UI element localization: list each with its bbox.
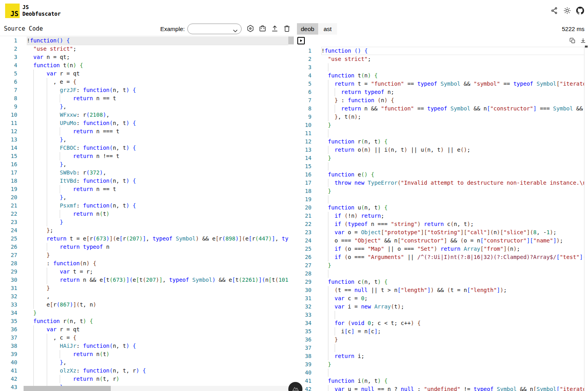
code-line[interactable]: }: [27, 218, 288, 226]
code-line[interactable]: [321, 344, 584, 352]
source-editor-panel[interactable]: 1234567891011121314151617181920212223242…: [0, 36, 294, 391]
code-line[interactable]: ItVBd: function(n, t) {: [27, 177, 288, 185]
source-code-area[interactable]: !function() { "use strict"; var n = qt; …: [27, 37, 288, 386]
code-line[interactable]: function r(n, t) {: [321, 138, 584, 146]
code-line[interactable]: !function () {: [321, 47, 584, 55]
code-line[interactable]: }: [321, 360, 584, 369]
code-line[interactable]: var c = 0;: [321, 294, 584, 303]
code-line[interactable]: return n == t: [27, 185, 288, 193]
code-line[interactable]: return typeof n: [27, 243, 288, 251]
code-line[interactable]: [321, 129, 584, 138]
run-button[interactable]: [297, 37, 305, 44]
code-line[interactable]: var o = Object["prototype"]["toString"][…: [321, 228, 584, 237]
code-line[interactable]: [321, 369, 584, 377]
code-line[interactable]: FCBOC: function(n, t) {: [27, 144, 288, 152]
code-line[interactable]: },: [27, 136, 288, 144]
code-line[interactable]: }: [27, 309, 288, 317]
code-line[interactable]: var n = qt;: [27, 53, 288, 61]
code-line[interactable]: }, t(n);: [321, 113, 584, 121]
code-line[interactable]: Psxmf: function(n, t) {: [27, 202, 288, 210]
code-line[interactable]: (t == null || t > n["length"]) && (t = n…: [321, 286, 584, 294]
code-line[interactable]: [321, 270, 584, 278]
code-line[interactable]: HAiJr: function(n, t) {: [27, 342, 288, 350]
code-line[interactable]: return n(t, r): [27, 375, 288, 383]
horizontal-scrollbar-thumb[interactable]: [24, 386, 111, 391]
code-line[interactable]: return n && e[t(673)](e[t(207)], typeof …: [27, 276, 288, 284]
code-line[interactable]: function u(n, t) {: [321, 204, 584, 212]
code-line[interactable]: return o(n) || i(n, t) || u(n, t) || e()…: [321, 146, 584, 154]
code-line[interactable]: function e() {: [321, 171, 584, 179]
code-line[interactable]: },: [27, 193, 288, 202]
code-line[interactable]: UPuMo: function(n, t) {: [27, 119, 288, 127]
output-editor-panel[interactable]: 1234567891011121314151617181920212223242…: [295, 36, 588, 391]
code-line[interactable]: , c = {: [27, 334, 288, 342]
code-line[interactable]: function c(n, t) {: [321, 278, 584, 286]
code-line[interactable]: } : function (n) {: [321, 96, 584, 105]
code-line[interactable]: var t = r;: [27, 268, 288, 276]
code-line[interactable]: }: [321, 187, 584, 195]
code-line[interactable]: i[c] = n[c];: [321, 327, 584, 336]
toolbox-icon[interactable]: [258, 24, 267, 33]
code-line[interactable]: var i = new Array(t);: [321, 303, 584, 311]
github-icon[interactable]: [576, 7, 584, 15]
download-icon[interactable]: [580, 37, 586, 44]
code-line[interactable]: function i(n, t) {: [321, 377, 584, 385]
code-line[interactable]: },: [27, 160, 288, 169]
share-icon[interactable]: [550, 7, 558, 15]
code-line[interactable]: WFxxw: r(2108),: [27, 111, 288, 119]
code-line[interactable]: if (typeof n === "string") return c(n, t…: [321, 220, 584, 228]
code-line[interactable]: if (o === "Arguments" || /^(?:Ui|I)nt(?:…: [321, 253, 584, 261]
code-line[interactable]: [321, 162, 584, 171]
output-code-area[interactable]: !function () { "use strict"; function t(…: [321, 47, 584, 391]
code-line[interactable]: }: [321, 154, 584, 162]
code-line[interactable]: var r = qt: [27, 325, 288, 334]
code-line[interactable]: [321, 195, 584, 204]
code-line[interactable]: },: [27, 103, 288, 111]
code-line[interactable]: [321, 63, 584, 72]
code-line[interactable]: return i;: [321, 352, 584, 360]
code-line[interactable]: if (!n) return;: [321, 212, 584, 220]
code-line[interactable]: ,: [27, 292, 288, 301]
code-line[interactable]: }: [321, 121, 584, 129]
code-line[interactable]: return n !== t: [27, 152, 288, 160]
output-scrollbar-thumb[interactable]: [585, 46, 588, 48]
theme-toggle-icon[interactable]: [563, 7, 571, 15]
code-line[interactable]: SWBvb: r(372),: [27, 169, 288, 177]
code-line[interactable]: },: [27, 383, 288, 386]
code-line[interactable]: return n === t: [27, 127, 288, 136]
vertical-scrollbar-thumb[interactable]: [288, 37, 294, 44]
copy-icon[interactable]: [569, 37, 576, 44]
code-line[interactable]: var u = null == n ? null : "undefined" !…: [321, 385, 584, 391]
tab-ast[interactable]: ast: [318, 23, 337, 35]
code-line[interactable]: }: [321, 336, 584, 344]
code-line[interactable]: var r = qt: [27, 70, 288, 78]
code-line[interactable]: function t(n) {: [321, 72, 584, 80]
code-line[interactable]: for (void 0; c < t; c++) {: [321, 319, 584, 327]
code-line[interactable]: [321, 311, 584, 319]
code-line[interactable]: "use strict";: [321, 55, 584, 63]
upload-icon[interactable]: [270, 24, 279, 33]
trash-icon[interactable]: [282, 24, 291, 33]
code-line[interactable]: return t = e[r(673)](e[r(207)], typeof S…: [27, 235, 288, 243]
settings-icon[interactable]: [246, 24, 255, 33]
code-line[interactable]: }: [321, 261, 584, 270]
horizontal-scrollbar[interactable]: [24, 386, 288, 391]
code-line[interactable]: if (o === "Map" || o === "Set") return A…: [321, 245, 584, 253]
code-line[interactable]: olzXz: function(n, t, r) {: [27, 367, 288, 375]
code-line[interactable]: , e = {: [27, 78, 288, 86]
code-line[interactable]: return n(t): [27, 210, 288, 218]
code-line[interactable]: e[r(867)](t, n): [27, 301, 288, 309]
code-line[interactable]: return n == t: [27, 94, 288, 103]
code-line[interactable]: "use strict";: [27, 45, 288, 53]
code-line[interactable]: function r(n, t) {: [27, 317, 288, 325]
code-line[interactable]: : function(n) {: [27, 259, 288, 268]
code-line[interactable]: return n && "function" == typeof Symbol …: [321, 105, 584, 113]
code-line[interactable]: o === "Object" && n["constructor"] && (o…: [321, 237, 584, 245]
tab-deob[interactable]: deob: [297, 23, 318, 35]
output-scrollbar-track[interactable]: [584, 47, 584, 391]
code-line[interactable]: },: [27, 358, 288, 367]
code-line[interactable]: grzJF: function(n, t) {: [27, 86, 288, 94]
example-select[interactable]: [187, 24, 242, 34]
code-line[interactable]: return n(t): [27, 350, 288, 358]
code-line[interactable]: function t(n) {: [27, 61, 288, 70]
